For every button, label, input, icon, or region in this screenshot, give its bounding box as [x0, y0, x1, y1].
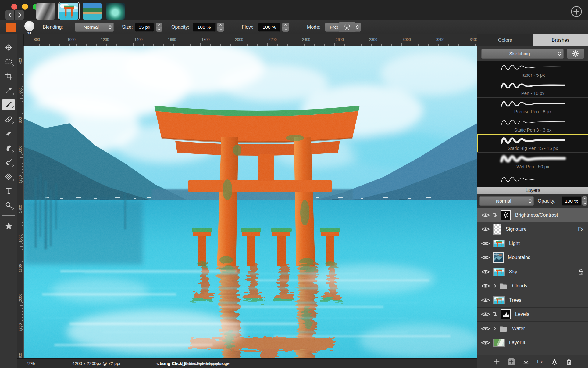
layer-row-mountains[interactable]: Mountains: [477, 251, 588, 265]
adjustment-thumbnail[interactable]: [501, 309, 511, 319]
brush-category-dropdown[interactable]: Sketching: [481, 49, 564, 59]
brush-item-selected[interactable]: Static Big Pen 15 - 15 px: [477, 134, 588, 153]
layer-row-partial[interactable]: [477, 350, 588, 355]
flow-stepper[interactable]: [282, 23, 289, 32]
layer-opacity-field[interactable]: 100 %: [562, 196, 581, 206]
visibility-eye-icon[interactable]: [481, 326, 490, 332]
text-tool[interactable]: [2, 184, 16, 198]
delete-layer-button[interactable]: [566, 359, 572, 365]
zoom-tool[interactable]: [2, 198, 16, 212]
new-document-button[interactable]: [571, 6, 582, 17]
visibility-eye-icon[interactable]: [481, 212, 490, 218]
back-button[interactable]: [5, 10, 14, 20]
scene-thumbnail-art: [494, 240, 505, 247]
transparent-layer-thumbnail[interactable]: [493, 224, 501, 235]
layer-thumbnail[interactable]: [493, 339, 505, 347]
color-picker-tool[interactable]: [2, 83, 16, 98]
add-layer-button[interactable]: [494, 359, 500, 365]
active-color-swatch[interactable]: [6, 23, 16, 32]
layer-row-trees[interactable]: Trees: [477, 293, 588, 308]
document-tab-torii-painting[interactable]: [59, 3, 78, 20]
visibility-eye-icon[interactable]: [481, 269, 490, 275]
brush-settings-button[interactable]: [567, 49, 584, 59]
tab-brushes[interactable]: Brushes: [533, 34, 588, 46]
visibility-eye-icon[interactable]: [481, 254, 490, 261]
layer-effects-button[interactable]: Fx: [537, 359, 543, 365]
layer-row-brightness-contrast[interactable]: Brightness/Contrast: [477, 208, 588, 222]
minimize-window-button[interactable]: [22, 4, 28, 10]
document-tab-cave-photo[interactable]: [106, 3, 125, 20]
mesh-warp-tool[interactable]: [2, 169, 16, 184]
brush-item[interactable]: Taper - 5 px: [477, 61, 588, 79]
tool-flyout-chevron-icon: [12, 93, 14, 95]
layer-row-water-group[interactable]: Water: [477, 322, 588, 336]
adjustment-thumbnail[interactable]: [501, 210, 511, 220]
layer-thumbnail[interactable]: [493, 240, 505, 247]
tab-colors[interactable]: Colors: [477, 34, 533, 46]
brush-stroke-preview: [487, 98, 579, 109]
merge-down-button[interactable]: [523, 359, 529, 365]
chevron-down-icon: [284, 28, 287, 31]
favorites[interactable]: [2, 219, 16, 233]
size-field[interactable]: 35 px: [135, 23, 154, 32]
document-tab-grayscale-photo[interactable]: [36, 3, 55, 20]
vertical-ruler[interactable]: 4006008001000120014001600180020002200240…: [17, 46, 24, 358]
visibility-eye-icon[interactable]: [481, 311, 490, 317]
layer-row-light[interactable]: Light: [477, 236, 588, 251]
layer-blend-mode-dropdown[interactable]: Normal: [479, 196, 534, 206]
visibility-eye-icon[interactable]: [481, 297, 490, 303]
layer-thumbnail[interactable]: [493, 296, 505, 304]
layer-row-clouds-group[interactable]: Clouds: [477, 279, 588, 294]
horizontal-ruler[interactable]: 8001000120014001600180020002200240026002…: [24, 34, 477, 46]
visibility-eye-icon[interactable]: [481, 240, 490, 247]
brush-item[interactable]: Pen - 10 px: [477, 79, 588, 98]
visibility-eye-icon[interactable]: [481, 226, 490, 232]
blending-dropdown[interactable]: Normal: [75, 23, 114, 32]
marquee-select-tool[interactable]: [2, 55, 16, 69]
opacity-field[interactable]: 100 %: [193, 23, 216, 32]
expand-chevron-icon[interactable]: [493, 326, 496, 331]
smudge-tool[interactable]: [2, 141, 16, 155]
move-tool[interactable]: [2, 40, 16, 55]
updown-chevron-icon: [108, 24, 112, 30]
star-icon: [5, 222, 13, 230]
brush-item[interactable]: [477, 171, 588, 187]
forward-button[interactable]: [15, 10, 24, 20]
layer-row-layer-4[interactable]: Layer 4: [477, 336, 588, 350]
close-window-button[interactable]: [11, 4, 17, 10]
download-arrow-icon: [523, 359, 529, 365]
updown-chevron-icon: [558, 51, 561, 56]
brush-item[interactable]: Precise Pen - 8 px: [477, 98, 588, 116]
brush-item[interactable]: Static Pen 3 - 3 px: [477, 116, 588, 134]
layer-opacity-stepper[interactable]: [582, 196, 587, 206]
layer-effects-badge[interactable]: Fx: [578, 226, 583, 232]
document-tab-beach-photo[interactable]: [83, 3, 102, 20]
canvas-viewport[interactable]: [24, 46, 477, 358]
layer-row-sky[interactable]: Sky: [477, 265, 588, 279]
ruler-corner: [17, 34, 24, 46]
healing-brush-tool[interactable]: [2, 112, 16, 126]
adjustment-button[interactable]: [551, 359, 558, 365]
text-icon: [5, 187, 12, 195]
retouch-tool[interactable]: [2, 155, 16, 169]
add-group-button[interactable]: [508, 358, 515, 365]
layer-list: Brightness/Contrast Signature Fx Light: [477, 208, 588, 355]
brush-item[interactable]: Wet Pen - 50 px: [477, 153, 588, 171]
brush-stroke-preview: [487, 61, 579, 72]
size-stepper[interactable]: [156, 23, 162, 32]
flow-field[interactable]: 100 %: [258, 23, 280, 32]
visibility-eye-icon[interactable]: [481, 283, 490, 289]
layer-thumbnail[interactable]: [493, 268, 505, 276]
visibility-eye-icon[interactable]: [481, 340, 490, 346]
layer-row-signature[interactable]: Signature Fx: [477, 222, 588, 237]
layer-thumbnail[interactable]: [493, 252, 504, 263]
opacity-stepper[interactable]: [217, 23, 224, 32]
layer-row-levels[interactable]: Levels: [477, 308, 588, 322]
paint-brush-tool[interactable]: [2, 99, 15, 110]
folder-icon: [499, 282, 508, 290]
eraser-tool[interactable]: [2, 126, 16, 141]
brush-stabilizer-button[interactable]: [338, 22, 356, 32]
crop-tool[interactable]: [2, 69, 16, 83]
expand-chevron-icon[interactable]: [493, 283, 496, 288]
painting-artwork: [24, 46, 477, 358]
